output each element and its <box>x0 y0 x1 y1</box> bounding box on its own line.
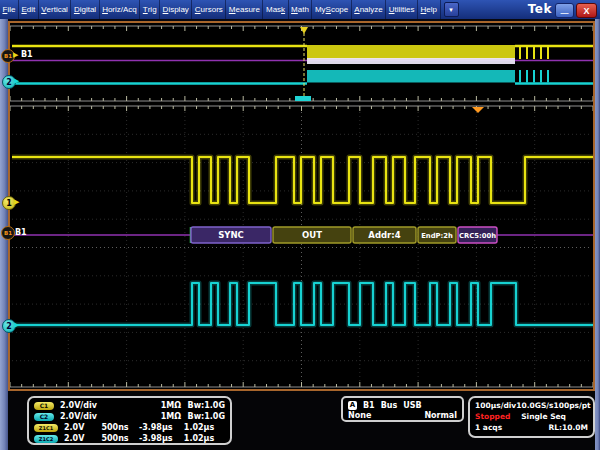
ch1-bandwidth: Bw:1.0G <box>181 401 225 410</box>
acq-state-row: Stopped Single Seq <box>475 411 588 422</box>
acq-count-row: 1 acqs RL:10.0M <box>475 422 588 433</box>
acq-timebase: 100µs/div <box>475 401 516 410</box>
tek-logo: Tek <box>528 2 552 16</box>
main-grid <box>12 112 591 382</box>
acq-state: Stopped <box>475 412 510 421</box>
menu-items: FileEditVerticalDigitalHoriz/AcqTrigDisp… <box>0 0 441 19</box>
menu-item-cursors[interactable]: Cursors <box>192 0 226 19</box>
ch1-readout-row[interactable]: C1 2.0V/div 1MΩ Bw:1.0G <box>34 400 225 411</box>
z1c2-delay: -3.98µs <box>139 434 184 443</box>
menu-item-measure[interactable]: Measure <box>226 0 263 19</box>
main-bus-decode: SYNCOUTAddr:4EndP:2hCRC5:00h <box>12 227 593 243</box>
acq-count: 1 acqs <box>475 423 502 432</box>
z1c1-time: 500ns <box>101 423 138 432</box>
ch2-readout-row[interactable]: C2 2.0V/div 1MΩ Bw:1.0G <box>34 411 225 422</box>
acq-timebase-row: 100µs/div 10.0GS/s 100ps/pt <box>475 400 588 411</box>
z1c1-scale: 2.0V <box>64 423 101 432</box>
trigger-holdoff: None <box>348 411 371 420</box>
trigger-source-row: A B1 Bus USB <box>348 400 457 410</box>
trigger-mode: Normal <box>424 411 457 420</box>
close-button[interactable]: X <box>576 3 597 18</box>
svg-text:OUT: OUT <box>302 230 322 240</box>
z1c2-badge[interactable]: Z1C2 <box>34 435 58 443</box>
svg-text:EndP:2h: EndP:2h <box>421 232 453 240</box>
acq-mode: Single Seq <box>521 412 566 421</box>
z1c2-width: 1.02µs <box>184 434 225 443</box>
z1c1-width: 1.02µs <box>184 423 225 432</box>
bus-field-endp2h[interactable]: EndP:2h <box>418 227 456 243</box>
ch2-impedance: 1MΩ <box>161 412 181 421</box>
overview-b1-arrow-icon: ▶ <box>13 51 18 58</box>
z1c2-scale: 2.0V <box>64 434 101 443</box>
main-ch2-arrow-icon: ▶ <box>14 321 19 328</box>
acq-record-length: RL:10.0M <box>548 423 588 432</box>
window-frame-right <box>595 19 600 450</box>
z1c1-badge[interactable]: Z1C1 <box>34 424 58 432</box>
bus-field-crc500h[interactable]: CRC5:00h <box>458 227 497 243</box>
menu-item-file[interactable]: File <box>0 0 19 19</box>
trigger-bus: USB <box>403 401 421 410</box>
overview-ch1-trace <box>12 45 593 59</box>
scope-graticule: SYNCOUTAddr:4EndP:2hCRC5:00h <box>10 23 593 389</box>
bus-field-out[interactable]: OUT <box>273 227 351 243</box>
main-top-ruler <box>10 106 593 111</box>
menu-item-mask[interactable]: Mask <box>263 0 288 19</box>
trigger-mode-row: None Normal <box>348 410 457 420</box>
menu-item-vertical[interactable]: Vertical <box>39 0 72 19</box>
acq-rate: 10.0GS/s <box>516 401 553 410</box>
overview-bus-packet-band <box>307 58 515 64</box>
trigger-type: Bus <box>381 401 398 410</box>
main-bottom-ruler <box>10 382 593 387</box>
zoom1-ch1-readout-row[interactable]: Z1C1 2.0V 500ns -3.98µs 1.02µs <box>34 422 225 433</box>
bus-field-sync[interactable]: SYNC <box>191 227 271 243</box>
menu-more-button[interactable]: ▼ <box>444 2 459 17</box>
ch2-bandwidth: Bw:1.0G <box>181 412 225 421</box>
vertical-readout-box[interactable]: C1 2.0V/div 1MΩ Bw:1.0G C2 2.0V/div 1MΩ … <box>27 396 232 445</box>
menu-item-horizacq[interactable]: Horiz/Acq <box>100 0 141 19</box>
menu-item-analyze[interactable]: Analyze <box>352 0 386 19</box>
main-trigger-position-icon[interactable] <box>472 107 484 113</box>
menu-item-help[interactable]: Help <box>418 0 440 19</box>
overview-ch2-arrow-icon: ▶ <box>14 77 19 84</box>
main-ch2-waveform <box>12 283 593 325</box>
main-ch1-arrow-icon: ▶ <box>14 198 19 205</box>
ch2-badge[interactable]: C2 <box>34 413 54 421</box>
main-ch1-waveform <box>12 157 593 203</box>
menu-item-utilities[interactable]: Utilities <box>386 0 418 19</box>
menu-item-myscope[interactable]: MyScope <box>312 0 351 19</box>
z1c1-delay: -3.98µs <box>139 423 184 432</box>
overview-window <box>12 27 593 101</box>
trigger-source: B1 <box>363 401 375 410</box>
svg-text:SYNC: SYNC <box>218 230 244 240</box>
overview-ch2-trace <box>12 70 593 84</box>
overview-b1-label: B1 <box>21 50 33 59</box>
zoom-region-indicator[interactable] <box>295 96 311 101</box>
zoom1-ch2-readout-row[interactable]: Z1C2 2.0V 500ns -3.98µs 1.02µs <box>34 433 225 444</box>
bus-field-addr4[interactable]: Addr:4 <box>353 227 416 243</box>
trigger-readout-box[interactable]: A B1 Bus USB None Normal <box>341 396 464 422</box>
readout-bar: C1 2.0V/div 1MΩ Bw:1.0G C2 2.0V/div 1MΩ … <box>8 391 595 450</box>
menu-item-digital[interactable]: Digital <box>71 0 99 19</box>
menu-item-trig[interactable]: Trig <box>140 0 160 19</box>
menu-item-display[interactable]: Display <box>160 0 192 19</box>
minimize-button[interactable]: — <box>555 3 574 18</box>
trigger-a-badge: A <box>348 401 357 410</box>
acquisition-readout-box[interactable]: 100µs/div 10.0GS/s 100ps/pt Stopped Sing… <box>468 396 595 438</box>
ch1-scale: 2.0V/div <box>60 401 108 410</box>
svg-text:CRC5:00h: CRC5:00h <box>459 232 496 240</box>
menu-item-math[interactable]: Math <box>289 0 313 19</box>
waveform-display: SYNCOUTAddr:4EndP:2hCRC5:00h <box>8 21 595 391</box>
svg-text:Addr:4: Addr:4 <box>368 230 400 240</box>
ch2-scale: 2.0V/div <box>60 412 108 421</box>
acq-resolution: 100ps/pt <box>553 401 590 410</box>
ch1-impedance: 1MΩ <box>161 401 181 410</box>
oscilloscope-window: FileEditVerticalDigitalHoriz/AcqTrigDisp… <box>0 0 600 450</box>
menu-bar: FileEditVerticalDigitalHoriz/AcqTrigDisp… <box>0 0 600 19</box>
main-bus-b1-marker[interactable]: B1 <box>1 226 15 240</box>
menu-item-edit[interactable]: Edit <box>19 0 39 19</box>
ch1-badge[interactable]: C1 <box>34 402 54 410</box>
z1c2-time: 500ns <box>101 434 138 443</box>
main-b1-label: B1 <box>15 228 27 237</box>
